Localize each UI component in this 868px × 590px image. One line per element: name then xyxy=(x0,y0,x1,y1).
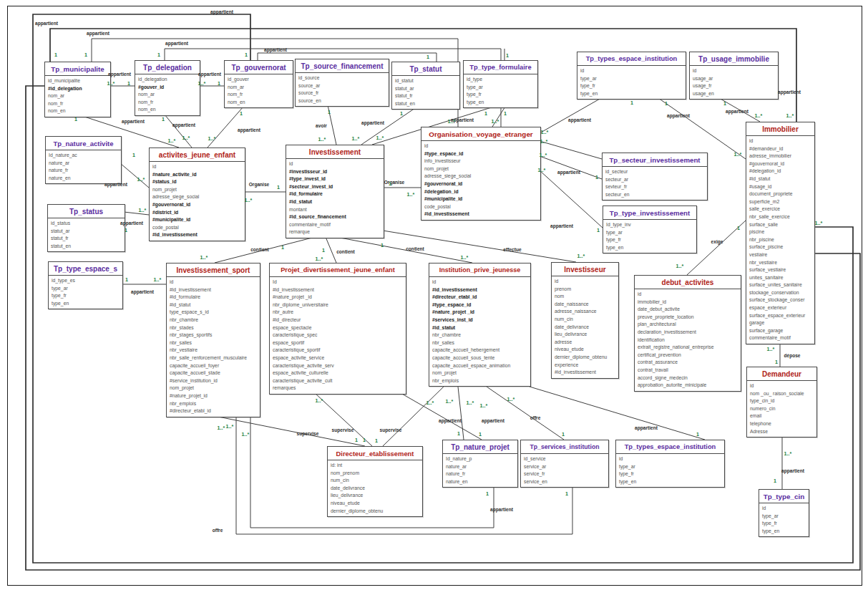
table-tp_type_espace_s[interactable]: Tp_type_espace_sid_type_estype_artype_fr… xyxy=(48,261,123,309)
table-field: service_en xyxy=(521,478,608,486)
multiplicity-label: 1 xyxy=(696,431,699,437)
table-title: Tp_delegation xyxy=(135,61,200,74)
table-field: secteur_en xyxy=(603,191,707,199)
table-title: Directeur_etablissement xyxy=(328,447,422,460)
table-tp_usage_immobilie[interactable]: Tp_usage_immobilieidusage_arusage_frusag… xyxy=(689,52,779,100)
table-tp_type_cin[interactable]: Tp_type_cinidtype_artype_frtype_en xyxy=(759,489,809,537)
table-debut_activites[interactable]: debut_activitesidimmobilier_iddate_debut… xyxy=(634,275,741,392)
table-field: id xyxy=(429,279,530,286)
table-field: preuve_propriete_location xyxy=(635,314,741,321)
table-field: espace_activite_service xyxy=(270,354,406,362)
table-field: #type_invest_id xyxy=(286,175,384,183)
multiplicity-label: 1..* xyxy=(316,397,323,404)
table-field: adresse_immobilier xyxy=(746,153,814,160)
table-field: numero_cin xyxy=(747,405,816,413)
relation-label: Organise xyxy=(249,182,270,187)
table-field: capacite_accueil_stade xyxy=(167,369,260,377)
relation-label: appartient xyxy=(165,41,188,46)
table-field: type_ar xyxy=(616,463,724,471)
table-organisation_voyage_etranger[interactable]: Organisation_voyage_etrangerid#type_espa… xyxy=(421,127,541,221)
table-directeur_etablissement[interactable]: Directeur_etablissementid: intnom_prenom… xyxy=(327,446,423,517)
table-tp_nature_activite[interactable]: Tp_nature_activiteId_nature_acnature_arn… xyxy=(45,136,122,184)
table-field: #secteur_invest_id xyxy=(286,183,384,191)
table-tp_types_espace_institution[interactable]: Tp_types_espace_institutionidtype_artype… xyxy=(615,440,725,488)
table-field: caracteristique_activite_cult xyxy=(270,377,406,385)
relation-label: appartient xyxy=(238,127,260,132)
table-field: adresse_siege_social xyxy=(150,193,245,201)
table-field: #demandeur_id xyxy=(746,145,814,153)
table-field-list: id_type_estype_artype_frtype_en xyxy=(49,276,122,309)
table-tp_type_investissement[interactable]: Tp_type_investissementId_type_invtype_ar… xyxy=(603,205,697,253)
multiplicity-label: 1..* xyxy=(538,167,546,173)
table-field: nbr_emplois xyxy=(429,377,530,385)
table-field: id xyxy=(759,505,809,513)
table-field: surface_stockage_conser xyxy=(746,296,814,304)
table-field: nom_en xyxy=(45,107,110,115)
table-field: type_ar xyxy=(603,229,696,237)
table-field: caracteristique_spec xyxy=(270,332,406,339)
multiplicity-label: 1 xyxy=(132,152,135,158)
table-tp_status[interactable]: Tp_statusid_statusstatut_arstatut_frstat… xyxy=(47,204,125,252)
table-field: Id_nature_p xyxy=(443,455,517,463)
table-tp_gouvernorat[interactable]: Tp_gouvernoratid_gouvernom_arnom_frnom_e… xyxy=(224,60,293,108)
table-tp_source_financement[interactable]: Tp_source_financementid_sourcesource_ars… xyxy=(295,59,389,107)
table-field: nature_ar xyxy=(46,160,121,168)
relation-label: appartient xyxy=(104,182,127,187)
table-activites_jeune_enfant[interactable]: activites_jeune_enfantid#nature_activite… xyxy=(149,148,245,241)
table-field: id xyxy=(635,291,741,299)
table-field: nom_projet xyxy=(421,165,540,173)
multiplicity-label: 1 xyxy=(565,490,568,497)
table-field-list: idprenomnomdate_naissanceadresse_naissan… xyxy=(552,276,618,378)
multiplicity-label: 1 xyxy=(381,242,384,248)
relation-label: appartient xyxy=(778,90,801,95)
table-title: Tp_type_formulaire xyxy=(464,61,537,74)
multiplicity-label: 1 xyxy=(277,184,280,190)
table-field: nom_projet xyxy=(429,369,530,377)
table-field: superficie_m2 xyxy=(746,198,814,206)
table-field: nom_en xyxy=(135,106,200,114)
relation-label: appartient xyxy=(122,119,145,124)
table-field: plan_architectural xyxy=(635,321,741,329)
table-field: contrat_assurance xyxy=(635,359,741,367)
table-field: caracteristique_activite_serv xyxy=(270,362,406,370)
multiplicity-label: 1 xyxy=(84,52,87,58)
multiplicity-label: 1..* xyxy=(755,112,763,119)
table-title: Immobilier xyxy=(746,122,814,136)
multiplicity-label: 1 xyxy=(506,52,509,59)
multiplicity-label: 1 xyxy=(245,52,248,58)
relation-label: appartient xyxy=(667,113,690,118)
table-tp_municipalite[interactable]: Tp_municipaliteid_municipalite#id_delega… xyxy=(44,62,111,117)
table-field: declaration_investissement xyxy=(635,329,741,337)
table-field: statut_fr xyxy=(48,235,125,243)
table-institution_prive_jeunesse[interactable]: Institution_prive_jeunesseid#id_investis… xyxy=(429,263,531,387)
relation-label: appartient xyxy=(210,9,233,14)
table-investissement[interactable]: Investissementid#investisseur_id#type_in… xyxy=(286,145,384,238)
table-field: #id_delegation xyxy=(45,85,110,93)
table-field: id xyxy=(552,278,618,286)
table-field: #id_formulaire xyxy=(167,294,260,301)
table-tp_delegation[interactable]: Tp_delegationid_delegation#gouver_idnom_… xyxy=(135,60,200,116)
relation-label: effectue xyxy=(503,247,521,252)
table-field: nbr_piscine xyxy=(746,236,814,244)
table-projet_divertissement_jeune_enfant[interactable]: Projet_divertissement_jeune_enfantId#id_… xyxy=(269,263,406,395)
table-investisseur[interactable]: Investisseuridprenomnomdate_naissanceadr… xyxy=(551,262,619,379)
multiplicity-label: 1 xyxy=(400,110,403,117)
table-field: info_investisseur xyxy=(421,158,540,165)
table-field: #id_directeur xyxy=(270,316,406,324)
table-immobilier[interactable]: Immobilierid#demandeur_idadresse_immobil… xyxy=(746,122,815,344)
relationship-line xyxy=(326,237,336,263)
table-investissement_sport[interactable]: Investissement_sportid#id_investissement… xyxy=(166,263,260,417)
table-tp_secteur_investissement[interactable]: Tp_secteur_investissementid_secteursecte… xyxy=(602,153,708,200)
table-tp_types_espace_institution[interactable]: Tp_types_espace_institutionidtype_artype… xyxy=(577,52,686,100)
multiplicity-label: 1..* xyxy=(182,135,190,141)
table-field: secteur_ar xyxy=(603,176,707,184)
table-field: nom _ou_ raison_sociale xyxy=(747,390,816,398)
multiplicity-label: 1..* xyxy=(480,402,488,409)
table-demandeur[interactable]: Demandeuridnom _ou_ raison_socialetype_c… xyxy=(746,367,817,437)
table-tp_services_institution[interactable]: Tp_services_institutionid_serviceservice… xyxy=(520,440,609,488)
table-field: surface_piscine xyxy=(746,243,814,251)
table-tp_statut[interactable]: Tp_statutid_statutstatut_arstatut_frstat… xyxy=(391,62,460,110)
table-tp_type_formulaire[interactable]: Tp_type_formulaireid_typetype_artype_frt… xyxy=(463,60,538,108)
table-field: nom_en xyxy=(225,99,293,107)
table-tp_nature_projet[interactable]: Tp_nature_projetId_nature_pnature_arnatu… xyxy=(442,440,518,488)
